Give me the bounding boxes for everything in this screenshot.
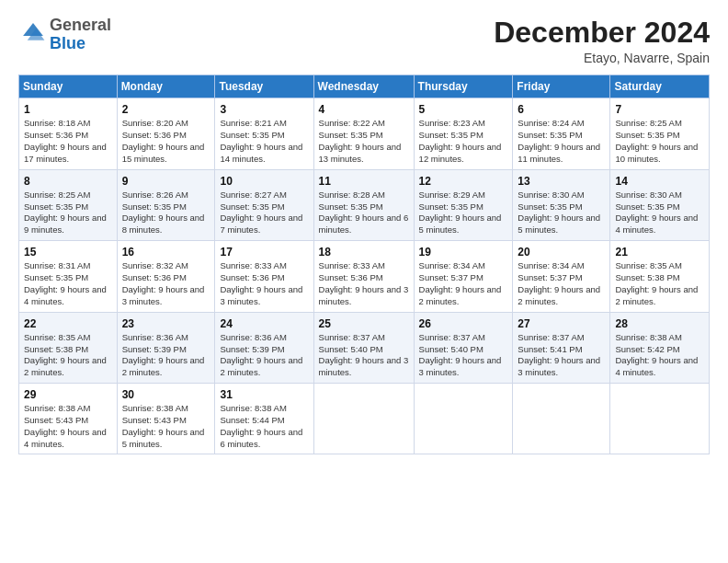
- day-info: Sunrise: 8:29 AM Sunset: 5:35 PM Dayligh…: [419, 190, 508, 236]
- day-number: 2: [122, 102, 210, 117]
- day-number: 11: [319, 174, 409, 189]
- col-wednesday: Wednesday: [313, 75, 414, 98]
- table-row: 19Sunrise: 8:34 AM Sunset: 5:37 PM Dayli…: [414, 241, 513, 312]
- day-number: 19: [419, 245, 508, 259]
- day-number: 20: [518, 245, 605, 259]
- header: General Blue December 2024 Etayo, Navarr…: [18, 17, 710, 65]
- day-info: Sunrise: 8:37 AM Sunset: 5:40 PM Dayligh…: [319, 332, 409, 379]
- calendar-table: Sunday Monday Tuesday Wednesday Thursday…: [18, 75, 710, 454]
- col-monday: Monday: [117, 75, 215, 98]
- day-number: 25: [319, 316, 409, 331]
- table-row: 2Sunrise: 8:20 AM Sunset: 5:36 PM Daylig…: [117, 98, 215, 169]
- table-row: 8Sunrise: 8:25 AM Sunset: 5:35 PM Daylig…: [19, 169, 118, 240]
- day-info: Sunrise: 8:35 AM Sunset: 5:38 PM Dayligh…: [24, 332, 112, 379]
- logo: General Blue: [18, 17, 111, 53]
- table-row: 13Sunrise: 8:30 AM Sunset: 5:35 PM Dayli…: [513, 169, 610, 240]
- table-row: 21Sunrise: 8:35 AM Sunset: 5:38 PM Dayli…: [610, 241, 710, 312]
- table-row: 16Sunrise: 8:32 AM Sunset: 5:36 PM Dayli…: [117, 241, 215, 312]
- table-row: [513, 383, 610, 454]
- day-info: Sunrise: 8:33 AM Sunset: 5:36 PM Dayligh…: [319, 260, 409, 307]
- day-number: 27: [518, 316, 605, 331]
- table-row: 6Sunrise: 8:24 AM Sunset: 5:35 PM Daylig…: [513, 98, 610, 169]
- location-subtitle: Etayo, Navarre, Spain: [494, 51, 710, 65]
- logo-blue: Blue: [50, 34, 85, 52]
- day-info: Sunrise: 8:36 AM Sunset: 5:39 PM Dayligh…: [220, 332, 308, 379]
- day-info: Sunrise: 8:34 AM Sunset: 5:37 PM Dayligh…: [518, 260, 605, 307]
- day-number: 10: [220, 174, 308, 189]
- table-row: 7Sunrise: 8:25 AM Sunset: 5:35 PM Daylig…: [610, 98, 710, 169]
- table-row: [414, 383, 513, 454]
- table-row: [610, 383, 710, 454]
- title-block: December 2024 Etayo, Navarre, Spain: [494, 17, 710, 65]
- day-number: 1: [24, 102, 112, 117]
- table-row: 10Sunrise: 8:27 AM Sunset: 5:35 PM Dayli…: [215, 169, 313, 240]
- table-row: 4Sunrise: 8:22 AM Sunset: 5:35 PM Daylig…: [313, 98, 414, 169]
- day-number: 14: [615, 174, 704, 189]
- day-info: Sunrise: 8:21 AM Sunset: 5:35 PM Dayligh…: [220, 118, 308, 165]
- table-row: 23Sunrise: 8:36 AM Sunset: 5:39 PM Dayli…: [117, 312, 215, 383]
- day-number: 12: [419, 174, 508, 189]
- col-friday: Friday: [513, 75, 610, 98]
- logo-icon: [20, 20, 46, 46]
- col-saturday: Saturday: [610, 75, 710, 98]
- day-info: Sunrise: 8:38 AM Sunset: 5:43 PM Dayligh…: [122, 403, 210, 450]
- table-row: 17Sunrise: 8:33 AM Sunset: 5:36 PM Dayli…: [215, 241, 313, 312]
- table-row: 29Sunrise: 8:38 AM Sunset: 5:43 PM Dayli…: [19, 383, 118, 454]
- table-row: 9Sunrise: 8:26 AM Sunset: 5:35 PM Daylig…: [117, 169, 215, 240]
- day-info: Sunrise: 8:20 AM Sunset: 5:36 PM Dayligh…: [122, 118, 210, 165]
- table-row: 30Sunrise: 8:38 AM Sunset: 5:43 PM Dayli…: [117, 383, 215, 454]
- table-row: 22Sunrise: 8:35 AM Sunset: 5:38 PM Dayli…: [19, 312, 118, 383]
- day-info: Sunrise: 8:38 AM Sunset: 5:43 PM Dayligh…: [24, 403, 112, 450]
- table-row: 27Sunrise: 8:37 AM Sunset: 5:41 PM Dayli…: [513, 312, 610, 383]
- day-number: 23: [122, 316, 210, 331]
- table-row: 11Sunrise: 8:28 AM Sunset: 5:35 PM Dayli…: [313, 169, 414, 240]
- table-row: 14Sunrise: 8:30 AM Sunset: 5:35 PM Dayli…: [610, 169, 710, 240]
- table-row: 3Sunrise: 8:21 AM Sunset: 5:35 PM Daylig…: [215, 98, 313, 169]
- table-row: 12Sunrise: 8:29 AM Sunset: 5:35 PM Dayli…: [414, 169, 513, 240]
- day-number: 31: [220, 387, 308, 402]
- day-number: 5: [419, 102, 508, 117]
- col-sunday: Sunday: [19, 75, 118, 98]
- day-number: 15: [24, 245, 112, 259]
- day-info: Sunrise: 8:30 AM Sunset: 5:35 PM Dayligh…: [615, 190, 704, 236]
- day-info: Sunrise: 8:18 AM Sunset: 5:36 PM Dayligh…: [24, 118, 112, 165]
- day-info: Sunrise: 8:31 AM Sunset: 5:35 PM Dayligh…: [24, 260, 112, 307]
- table-row: 5Sunrise: 8:23 AM Sunset: 5:35 PM Daylig…: [414, 98, 513, 169]
- table-row: [313, 383, 414, 454]
- day-info: Sunrise: 8:25 AM Sunset: 5:35 PM Dayligh…: [615, 118, 704, 165]
- day-info: Sunrise: 8:34 AM Sunset: 5:37 PM Dayligh…: [419, 260, 508, 307]
- table-row: 24Sunrise: 8:36 AM Sunset: 5:39 PM Dayli…: [215, 312, 313, 383]
- day-number: 7: [615, 102, 704, 117]
- day-number: 24: [220, 316, 308, 331]
- table-row: 28Sunrise: 8:38 AM Sunset: 5:42 PM Dayli…: [610, 312, 710, 383]
- day-number: 13: [518, 174, 605, 189]
- day-info: Sunrise: 8:33 AM Sunset: 5:36 PM Dayligh…: [220, 260, 308, 307]
- table-row: 1Sunrise: 8:18 AM Sunset: 5:36 PM Daylig…: [19, 98, 118, 169]
- table-row: 25Sunrise: 8:37 AM Sunset: 5:40 PM Dayli…: [313, 312, 414, 383]
- col-tuesday: Tuesday: [215, 75, 313, 98]
- day-number: 6: [518, 102, 605, 117]
- table-row: 20Sunrise: 8:34 AM Sunset: 5:37 PM Dayli…: [513, 241, 610, 312]
- calendar-week-row: 22Sunrise: 8:35 AM Sunset: 5:38 PM Dayli…: [19, 312, 710, 383]
- day-number: 29: [24, 387, 112, 402]
- table-row: 26Sunrise: 8:37 AM Sunset: 5:40 PM Dayli…: [414, 312, 513, 383]
- day-info: Sunrise: 8:38 AM Sunset: 5:42 PM Dayligh…: [615, 332, 704, 379]
- calendar-week-row: 1Sunrise: 8:18 AM Sunset: 5:36 PM Daylig…: [19, 98, 710, 169]
- day-number: 17: [220, 245, 308, 259]
- table-row: 18Sunrise: 8:33 AM Sunset: 5:36 PM Dayli…: [313, 241, 414, 312]
- day-info: Sunrise: 8:32 AM Sunset: 5:36 PM Dayligh…: [122, 260, 210, 307]
- day-info: Sunrise: 8:30 AM Sunset: 5:35 PM Dayligh…: [518, 190, 605, 236]
- day-number: 8: [24, 174, 112, 189]
- day-info: Sunrise: 8:28 AM Sunset: 5:35 PM Dayligh…: [319, 190, 409, 236]
- day-number: 22: [24, 316, 112, 331]
- day-info: Sunrise: 8:26 AM Sunset: 5:35 PM Dayligh…: [122, 190, 210, 236]
- col-thursday: Thursday: [414, 75, 513, 98]
- calendar-header-row: Sunday Monday Tuesday Wednesday Thursday…: [19, 75, 710, 98]
- day-info: Sunrise: 8:38 AM Sunset: 5:44 PM Dayligh…: [220, 403, 308, 450]
- table-row: 15Sunrise: 8:31 AM Sunset: 5:35 PM Dayli…: [19, 241, 118, 312]
- day-info: Sunrise: 8:36 AM Sunset: 5:39 PM Dayligh…: [122, 332, 210, 379]
- day-info: Sunrise: 8:35 AM Sunset: 5:38 PM Dayligh…: [615, 260, 704, 307]
- day-info: Sunrise: 8:37 AM Sunset: 5:41 PM Dayligh…: [518, 332, 605, 379]
- day-number: 18: [319, 245, 409, 259]
- month-title: December 2024: [494, 17, 710, 49]
